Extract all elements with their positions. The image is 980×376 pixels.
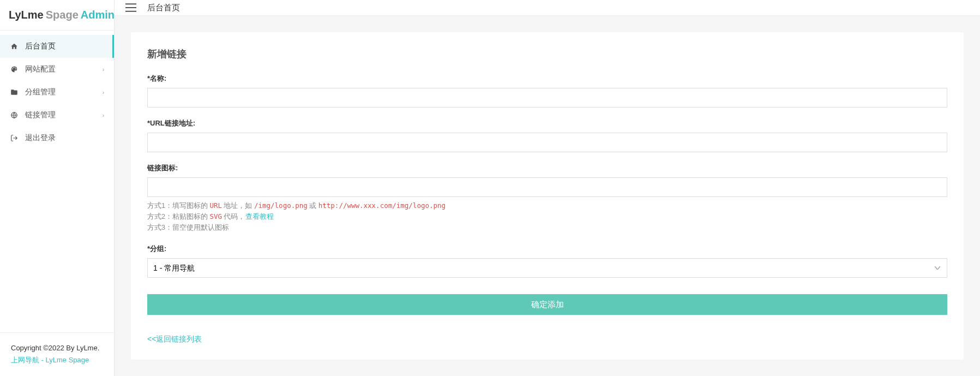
content: 新增链接 *名称: *URL链接地址: 链接图标: 方式1：填写图标的 URL …	[115, 16, 980, 376]
group-label: *分组:	[147, 244, 947, 254]
topbar: 后台首页	[115, 0, 980, 16]
icon-input[interactable]	[147, 177, 947, 197]
home-icon	[10, 42, 19, 51]
form-group-group: *分组: 1 - 常用导航	[147, 244, 947, 278]
url-input[interactable]	[147, 133, 947, 152]
sidebar: LyLme Spage Admin 后台首页 网站配置 ›	[0, 0, 115, 376]
chevron-right-icon: ›	[103, 112, 104, 118]
globe-icon	[10, 111, 19, 120]
main: 后台首页 新增链接 *名称: *URL链接地址: 链接图标:	[115, 0, 980, 376]
form-group-name: *名称:	[147, 74, 947, 108]
back-link[interactable]: <<返回链接列表	[147, 335, 202, 344]
group-select[interactable]: 1 - 常用导航	[147, 258, 947, 278]
hint-line-2: 方式2：粘贴图标的 SVG 代码，查看教程	[147, 211, 947, 222]
sidebar-item-site-config[interactable]: 网站配置 ›	[0, 58, 114, 81]
breadcrumb: 后台首页	[147, 3, 180, 13]
sidebar-item-label: 网站配置	[25, 64, 103, 74]
page-title: 新增链接	[147, 47, 947, 61]
logo-part2: Spage	[46, 9, 79, 21]
tutorial-link[interactable]: 查看教程	[245, 213, 274, 220]
hint-line-3: 方式3：留空使用默认图标	[147, 222, 947, 233]
folder-icon	[10, 88, 19, 97]
logo: LyLme Spage Admin	[0, 0, 114, 31]
sidebar-item-link-manage[interactable]: 链接管理 ›	[0, 104, 114, 127]
hamburger-icon[interactable]	[125, 3, 136, 12]
icon-hint: 方式1：填写图标的 URL 地址，如 /img/logo.png 或 http:…	[147, 200, 947, 233]
sidebar-item-label: 退出登录	[25, 133, 104, 143]
sidebar-item-home[interactable]: 后台首页	[0, 35, 114, 58]
name-input[interactable]	[147, 88, 947, 108]
nav: 后台首页 网站配置 › 分组管理 › 链接管理	[0, 31, 114, 332]
sidebar-item-logout[interactable]: 退出登录	[0, 127, 114, 150]
sidebar-item-label: 后台首页	[25, 41, 104, 51]
logout-icon	[10, 134, 19, 142]
logo-part3: Admin	[81, 9, 115, 21]
hint-line-1: 方式1：填写图标的 URL 地址，如 /img/logo.png 或 http:…	[147, 200, 947, 211]
palette-icon	[10, 65, 19, 74]
form-group-icon: 链接图标: 方式1：填写图标的 URL 地址，如 /img/logo.png 或…	[147, 163, 947, 233]
icon-label: 链接图标:	[147, 163, 947, 173]
form-group-url: *URL链接地址:	[147, 118, 947, 152]
sidebar-item-group-manage[interactable]: 分组管理 ›	[0, 81, 114, 104]
chevron-right-icon: ›	[103, 67, 104, 73]
submit-button[interactable]: 确定添加	[147, 294, 947, 315]
form-card: 新增链接 *名称: *URL链接地址: 链接图标: 方式1：填写图标的 URL …	[131, 32, 964, 360]
sidebar-item-label: 分组管理	[25, 87, 103, 97]
sidebar-footer: Copyright ©2022 By LyLme. 上网导航 - LyLme S…	[0, 332, 114, 376]
footer-link[interactable]: 上网导航 - LyLme Spage	[11, 355, 89, 365]
copyright-text: Copyright ©2022 By LyLme.	[11, 344, 103, 352]
sidebar-item-label: 链接管理	[25, 110, 103, 120]
url-label: *URL链接地址:	[147, 118, 947, 128]
logo-part1: LyLme	[9, 9, 44, 21]
chevron-right-icon: ›	[103, 89, 104, 96]
name-label: *名称:	[147, 74, 947, 83]
